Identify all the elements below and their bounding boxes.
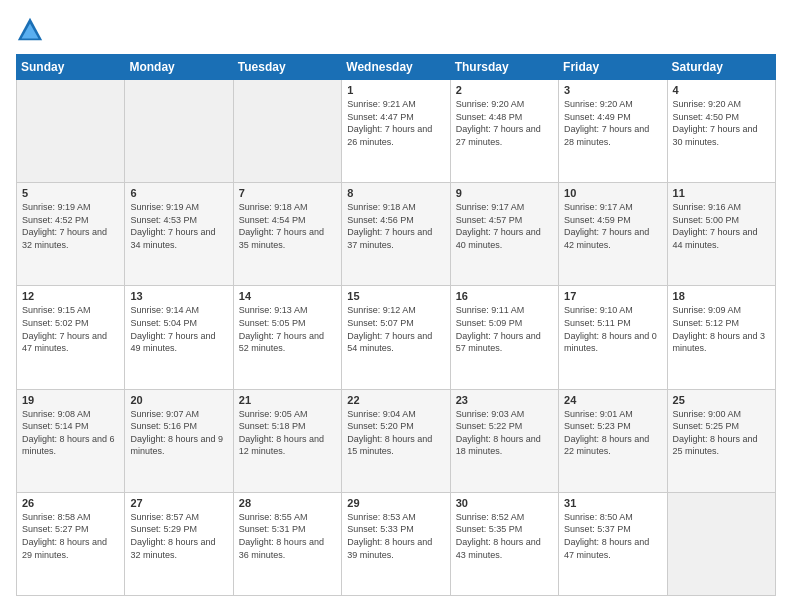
day-info: Sunrise: 9:04 AM Sunset: 5:20 PM Dayligh…	[347, 408, 444, 458]
calendar-day-cell	[667, 492, 775, 595]
day-info: Sunrise: 9:19 AM Sunset: 4:53 PM Dayligh…	[130, 201, 227, 251]
day-info: Sunrise: 9:03 AM Sunset: 5:22 PM Dayligh…	[456, 408, 553, 458]
day-info: Sunrise: 9:07 AM Sunset: 5:16 PM Dayligh…	[130, 408, 227, 458]
calendar-day-cell: 15Sunrise: 9:12 AM Sunset: 5:07 PM Dayli…	[342, 286, 450, 389]
day-info: Sunrise: 9:12 AM Sunset: 5:07 PM Dayligh…	[347, 304, 444, 354]
calendar-day-cell: 29Sunrise: 8:53 AM Sunset: 5:33 PM Dayli…	[342, 492, 450, 595]
calendar-day-cell: 13Sunrise: 9:14 AM Sunset: 5:04 PM Dayli…	[125, 286, 233, 389]
day-info: Sunrise: 9:19 AM Sunset: 4:52 PM Dayligh…	[22, 201, 119, 251]
calendar-day-cell: 11Sunrise: 9:16 AM Sunset: 5:00 PM Dayli…	[667, 183, 775, 286]
calendar-day-cell: 9Sunrise: 9:17 AM Sunset: 4:57 PM Daylig…	[450, 183, 558, 286]
weekday-header-cell: Monday	[125, 55, 233, 80]
day-number: 5	[22, 187, 119, 199]
day-info: Sunrise: 9:17 AM Sunset: 4:57 PM Dayligh…	[456, 201, 553, 251]
day-info: Sunrise: 9:20 AM Sunset: 4:48 PM Dayligh…	[456, 98, 553, 148]
day-number: 4	[673, 84, 770, 96]
day-number: 11	[673, 187, 770, 199]
weekday-header-cell: Tuesday	[233, 55, 341, 80]
day-info: Sunrise: 9:20 AM Sunset: 4:49 PM Dayligh…	[564, 98, 661, 148]
day-info: Sunrise: 9:15 AM Sunset: 5:02 PM Dayligh…	[22, 304, 119, 354]
day-info: Sunrise: 8:50 AM Sunset: 5:37 PM Dayligh…	[564, 511, 661, 561]
day-number: 6	[130, 187, 227, 199]
calendar-week-row: 5Sunrise: 9:19 AM Sunset: 4:52 PM Daylig…	[17, 183, 776, 286]
day-number: 21	[239, 394, 336, 406]
day-number: 16	[456, 290, 553, 302]
day-number: 29	[347, 497, 444, 509]
day-info: Sunrise: 9:20 AM Sunset: 4:50 PM Dayligh…	[673, 98, 770, 148]
calendar-day-cell: 28Sunrise: 8:55 AM Sunset: 5:31 PM Dayli…	[233, 492, 341, 595]
day-number: 9	[456, 187, 553, 199]
day-info: Sunrise: 9:11 AM Sunset: 5:09 PM Dayligh…	[456, 304, 553, 354]
logo-icon	[16, 16, 44, 44]
calendar-day-cell	[233, 80, 341, 183]
weekday-header-cell: Thursday	[450, 55, 558, 80]
calendar-day-cell: 17Sunrise: 9:10 AM Sunset: 5:11 PM Dayli…	[559, 286, 667, 389]
calendar-table: SundayMondayTuesdayWednesdayThursdayFrid…	[16, 54, 776, 596]
calendar-day-cell: 30Sunrise: 8:52 AM Sunset: 5:35 PM Dayli…	[450, 492, 558, 595]
calendar-day-cell: 25Sunrise: 9:00 AM Sunset: 5:25 PM Dayli…	[667, 389, 775, 492]
calendar-day-cell: 24Sunrise: 9:01 AM Sunset: 5:23 PM Dayli…	[559, 389, 667, 492]
day-info: Sunrise: 9:01 AM Sunset: 5:23 PM Dayligh…	[564, 408, 661, 458]
day-info: Sunrise: 8:55 AM Sunset: 5:31 PM Dayligh…	[239, 511, 336, 561]
day-number: 8	[347, 187, 444, 199]
day-number: 2	[456, 84, 553, 96]
calendar-week-row: 26Sunrise: 8:58 AM Sunset: 5:27 PM Dayli…	[17, 492, 776, 595]
calendar-day-cell: 8Sunrise: 9:18 AM Sunset: 4:56 PM Daylig…	[342, 183, 450, 286]
calendar-week-row: 1Sunrise: 9:21 AM Sunset: 4:47 PM Daylig…	[17, 80, 776, 183]
calendar-week-row: 12Sunrise: 9:15 AM Sunset: 5:02 PM Dayli…	[17, 286, 776, 389]
day-number: 31	[564, 497, 661, 509]
day-number: 17	[564, 290, 661, 302]
day-info: Sunrise: 9:16 AM Sunset: 5:00 PM Dayligh…	[673, 201, 770, 251]
calendar-day-cell: 27Sunrise: 8:57 AM Sunset: 5:29 PM Dayli…	[125, 492, 233, 595]
day-info: Sunrise: 9:14 AM Sunset: 5:04 PM Dayligh…	[130, 304, 227, 354]
calendar-day-cell: 22Sunrise: 9:04 AM Sunset: 5:20 PM Dayli…	[342, 389, 450, 492]
calendar-day-cell: 10Sunrise: 9:17 AM Sunset: 4:59 PM Dayli…	[559, 183, 667, 286]
day-number: 1	[347, 84, 444, 96]
day-number: 22	[347, 394, 444, 406]
calendar-day-cell: 14Sunrise: 9:13 AM Sunset: 5:05 PM Dayli…	[233, 286, 341, 389]
day-number: 20	[130, 394, 227, 406]
header	[16, 16, 776, 44]
day-info: Sunrise: 9:05 AM Sunset: 5:18 PM Dayligh…	[239, 408, 336, 458]
day-number: 28	[239, 497, 336, 509]
calendar-day-cell: 7Sunrise: 9:18 AM Sunset: 4:54 PM Daylig…	[233, 183, 341, 286]
day-number: 26	[22, 497, 119, 509]
calendar-day-cell: 3Sunrise: 9:20 AM Sunset: 4:49 PM Daylig…	[559, 80, 667, 183]
day-number: 10	[564, 187, 661, 199]
day-number: 25	[673, 394, 770, 406]
day-number: 15	[347, 290, 444, 302]
day-info: Sunrise: 9:21 AM Sunset: 4:47 PM Dayligh…	[347, 98, 444, 148]
calendar-day-cell: 19Sunrise: 9:08 AM Sunset: 5:14 PM Dayli…	[17, 389, 125, 492]
day-number: 12	[22, 290, 119, 302]
day-number: 23	[456, 394, 553, 406]
day-info: Sunrise: 9:00 AM Sunset: 5:25 PM Dayligh…	[673, 408, 770, 458]
calendar-day-cell: 1Sunrise: 9:21 AM Sunset: 4:47 PM Daylig…	[342, 80, 450, 183]
calendar-day-cell	[17, 80, 125, 183]
calendar-day-cell: 31Sunrise: 8:50 AM Sunset: 5:37 PM Dayli…	[559, 492, 667, 595]
calendar-day-cell: 5Sunrise: 9:19 AM Sunset: 4:52 PM Daylig…	[17, 183, 125, 286]
calendar-day-cell: 26Sunrise: 8:58 AM Sunset: 5:27 PM Dayli…	[17, 492, 125, 595]
calendar-day-cell: 12Sunrise: 9:15 AM Sunset: 5:02 PM Dayli…	[17, 286, 125, 389]
day-info: Sunrise: 9:09 AM Sunset: 5:12 PM Dayligh…	[673, 304, 770, 354]
day-number: 19	[22, 394, 119, 406]
calendar-body: 1Sunrise: 9:21 AM Sunset: 4:47 PM Daylig…	[17, 80, 776, 596]
calendar-day-cell: 6Sunrise: 9:19 AM Sunset: 4:53 PM Daylig…	[125, 183, 233, 286]
weekday-header-cell: Wednesday	[342, 55, 450, 80]
day-number: 27	[130, 497, 227, 509]
weekday-header-cell: Saturday	[667, 55, 775, 80]
calendar-day-cell: 21Sunrise: 9:05 AM Sunset: 5:18 PM Dayli…	[233, 389, 341, 492]
calendar-day-cell: 4Sunrise: 9:20 AM Sunset: 4:50 PM Daylig…	[667, 80, 775, 183]
day-info: Sunrise: 9:10 AM Sunset: 5:11 PM Dayligh…	[564, 304, 661, 354]
calendar-day-cell: 20Sunrise: 9:07 AM Sunset: 5:16 PM Dayli…	[125, 389, 233, 492]
day-info: Sunrise: 9:13 AM Sunset: 5:05 PM Dayligh…	[239, 304, 336, 354]
weekday-header-cell: Sunday	[17, 55, 125, 80]
day-info: Sunrise: 8:57 AM Sunset: 5:29 PM Dayligh…	[130, 511, 227, 561]
day-number: 30	[456, 497, 553, 509]
calendar-day-cell: 16Sunrise: 9:11 AM Sunset: 5:09 PM Dayli…	[450, 286, 558, 389]
day-number: 24	[564, 394, 661, 406]
day-info: Sunrise: 8:58 AM Sunset: 5:27 PM Dayligh…	[22, 511, 119, 561]
calendar-day-cell	[125, 80, 233, 183]
day-info: Sunrise: 9:17 AM Sunset: 4:59 PM Dayligh…	[564, 201, 661, 251]
day-number: 7	[239, 187, 336, 199]
calendar-day-cell: 2Sunrise: 9:20 AM Sunset: 4:48 PM Daylig…	[450, 80, 558, 183]
